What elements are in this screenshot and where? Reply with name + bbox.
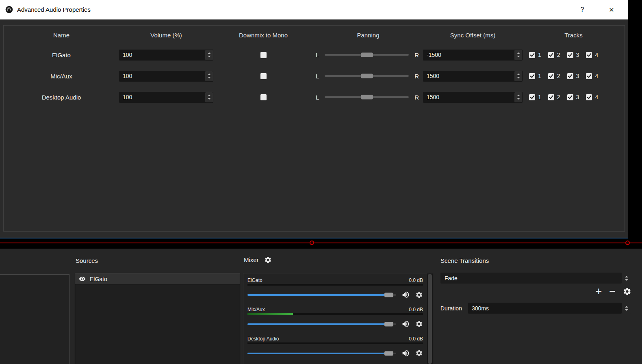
audio-row-elgato: ElGato 100 L R	[4, 44, 625, 65]
transition-selected-value: Fade	[445, 275, 458, 282]
audio-row-desktop-audio: Desktop Audio 100 L R	[4, 87, 625, 108]
volume-slider-fill	[247, 323, 389, 325]
track-2-checkbox[interactable]	[548, 52, 554, 58]
duration-spinner[interactable]	[622, 303, 631, 314]
audio-row-mic-aux: Mic/Aux 100 L R	[4, 65, 625, 87]
help-button[interactable]: ?	[573, 0, 592, 20]
channel-settings-gear-icon[interactable]	[415, 349, 423, 357]
volume-slider[interactable]	[247, 353, 396, 354]
volume-slider-handle[interactable]	[384, 322, 393, 326]
track-4-checkbox[interactable]	[586, 94, 592, 100]
track-2-label: 2	[557, 52, 560, 58]
mixer-scrollbar-thumb[interactable]	[428, 274, 432, 364]
column-header-sync-offset: Sync Offset (ms)	[423, 32, 523, 39]
mixer-channel-db: 0.0 dB	[409, 307, 423, 312]
mixer-panel: ElGato 0.0 dB	[243, 273, 433, 364]
volume-slider-fill	[247, 353, 389, 354]
pan-slider[interactable]	[325, 54, 409, 56]
scene-transitions-panel: Scene Transitions Fade + − Duration 300m…	[440, 249, 631, 364]
volume-value: 100	[119, 94, 205, 100]
sync-offset-input[interactable]: 1500	[423, 71, 523, 82]
selection-handle[interactable]	[310, 240, 314, 245]
add-transition-button[interactable]: +	[595, 287, 602, 296]
volume-slider[interactable]	[247, 294, 396, 296]
dialog-title: Advanced Audio Properties	[17, 6, 573, 13]
duration-input[interactable]: 300ms	[468, 303, 622, 314]
volume-input[interactable]: 100	[119, 50, 213, 61]
column-header-volume: Volume (%)	[119, 32, 213, 39]
speaker-mute-icon[interactable]	[401, 290, 410, 299]
mixer-channel-list: ElGato 0.0 dB	[243, 273, 427, 364]
selection-handle[interactable]	[625, 240, 630, 245]
track-2-label: 2	[557, 94, 560, 100]
downmix-checkbox[interactable]	[260, 73, 267, 79]
mixer-channel-name: Desktop Audio	[247, 336, 279, 342]
sources-list: ElGato	[75, 273, 240, 364]
remove-transition-button[interactable]: −	[609, 287, 616, 296]
volume-input[interactable]: 100	[119, 71, 213, 82]
speaker-mute-icon[interactable]	[401, 320, 410, 328]
sync-offset-input[interactable]: -1500	[423, 50, 523, 61]
column-header-name: Name	[4, 32, 119, 39]
track-4-label: 4	[595, 73, 598, 79]
track-1-label: 1	[538, 94, 541, 100]
track-4-checkbox[interactable]	[586, 73, 592, 79]
track-2-checkbox[interactable]	[548, 73, 554, 79]
volume-spinner[interactable]	[205, 50, 213, 60]
close-button[interactable]: ×	[602, 0, 621, 20]
sync-offset-input[interactable]: 1500	[423, 92, 523, 103]
source-selection-outline	[0, 243, 642, 243]
track-4-label: 4	[595, 94, 598, 100]
audio-properties-table: Name Volume (%) Downmix to Mono Panning …	[3, 25, 625, 232]
pan-slider-handle[interactable]	[361, 53, 373, 57]
track-3-label: 3	[576, 52, 579, 58]
volume-slider-handle[interactable]	[384, 351, 393, 355]
mixer-settings-gear-icon[interactable]	[264, 256, 272, 264]
sync-offset-spinner[interactable]	[514, 50, 522, 60]
duration-value: 300ms	[468, 305, 622, 312]
source-name: Mic/Aux	[4, 73, 119, 80]
volume-value: 100	[119, 52, 205, 58]
speaker-mute-icon[interactable]	[401, 349, 410, 358]
track-1-checkbox[interactable]	[529, 73, 535, 79]
volume-meter-fill	[247, 313, 293, 315]
transition-select[interactable]: Fade	[440, 273, 622, 284]
source-name: Desktop Audio	[4, 94, 119, 101]
track-2-checkbox[interactable]	[548, 94, 554, 100]
pan-slider[interactable]	[325, 96, 409, 98]
track-3-label: 3	[576, 73, 579, 79]
downmix-checkbox[interactable]	[260, 94, 267, 100]
transition-properties-gear-icon[interactable]	[623, 287, 631, 296]
pan-slider-handle[interactable]	[361, 74, 373, 78]
pan-slider-handle[interactable]	[361, 95, 373, 100]
channel-settings-gear-icon[interactable]	[415, 320, 423, 328]
volume-input[interactable]: 100	[119, 92, 213, 103]
duration-label: Duration	[440, 305, 468, 312]
volume-slider[interactable]	[247, 323, 396, 325]
track-1-checkbox[interactable]	[529, 52, 535, 58]
sync-offset-spinner[interactable]	[514, 71, 522, 81]
transition-select-arrows[interactable]	[622, 273, 631, 284]
mixer-scrollbar[interactable]	[427, 273, 433, 364]
track-4-label: 4	[595, 52, 598, 58]
downmix-checkbox[interactable]	[260, 52, 267, 58]
track-3-checkbox[interactable]	[567, 94, 573, 100]
track-1-checkbox[interactable]	[529, 94, 535, 100]
mixer-dock-title: Mixer	[244, 256, 259, 263]
sync-offset-spinner[interactable]	[514, 92, 522, 102]
scene-transitions-title: Scene Transitions	[440, 257, 489, 264]
volume-slider-handle[interactable]	[384, 292, 393, 297]
table-header-row: Name Volume (%) Downmix to Mono Panning …	[4, 26, 625, 44]
volume-spinner[interactable]	[205, 92, 213, 102]
track-4-checkbox[interactable]	[586, 52, 592, 58]
track-3-checkbox[interactable]	[567, 52, 573, 58]
advanced-audio-properties-dialog: Advanced Audio Properties ? × Name Volum…	[0, 0, 628, 238]
channel-settings-gear-icon[interactable]	[415, 291, 423, 299]
mixer-channel-name: Mic/Aux	[247, 307, 265, 312]
volume-spinner[interactable]	[205, 71, 213, 81]
track-3-checkbox[interactable]	[567, 73, 573, 79]
mixer-channel-elgato: ElGato 0.0 dB	[247, 277, 423, 299]
visibility-eye-icon[interactable]	[79, 275, 86, 282]
source-list-item[interactable]: ElGato	[75, 273, 240, 285]
pan-slider[interactable]	[325, 75, 409, 77]
